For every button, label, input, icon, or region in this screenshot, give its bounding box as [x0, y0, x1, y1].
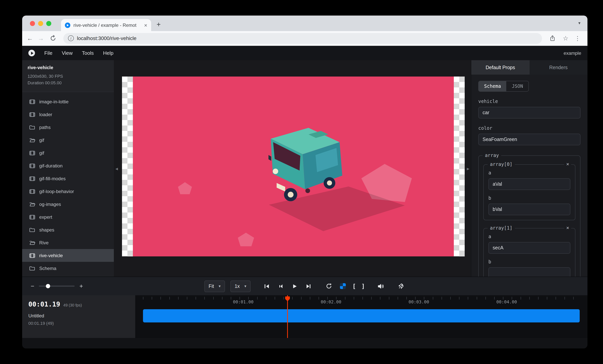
set-in-point-button[interactable]: [ — [352, 283, 356, 290]
fit-select[interactable]: Fit ▾ — [204, 280, 225, 292]
tab-renders[interactable]: Renders — [529, 60, 587, 75]
project-title: rive-vehicle — [28, 65, 108, 70]
array-1-b-field[interactable] — [488, 267, 570, 277]
array-1-a-field[interactable] — [488, 242, 570, 254]
sidebar-item-og-images[interactable]: og-images — [22, 198, 114, 211]
sidebar-item-gif[interactable]: gif — [22, 147, 114, 159]
sidebar-item-gif-duration[interactable]: gif-duration — [22, 159, 114, 172]
menu-view[interactable]: View — [62, 50, 73, 56]
sidebar-item-gif-folder[interactable]: gif — [22, 134, 114, 147]
share-icon[interactable] — [548, 34, 557, 43]
film-icon — [29, 99, 35, 105]
preview-area: ◂ ▸ — [114, 60, 471, 277]
volume-button[interactable] — [376, 282, 385, 290]
traffic-lights — [30, 21, 51, 26]
schema-json-switch: Schema JSON — [478, 81, 529, 92]
browser-menu-icon[interactable]: ⋮ — [575, 35, 580, 42]
playhead-marker[interactable] — [285, 296, 290, 302]
vehicle-field[interactable] — [478, 107, 580, 118]
set-out-point-button[interactable]: ] — [361, 283, 365, 290]
sidebar-item-rive-vehicle[interactable]: rive-vehicle — [22, 249, 114, 262]
sidebar-item-label: gif — [39, 137, 44, 143]
field-label-vehicle: vehicle — [478, 99, 580, 104]
array-group: array array[0] × a b array[1] × a — [478, 155, 580, 277]
ruler-ticks[interactable] — [143, 297, 580, 299]
app-menubar: File View Tools Help example — [22, 46, 587, 60]
zoom-slider[interactable] — [39, 285, 75, 287]
tab-schema[interactable]: Schema — [479, 81, 506, 91]
sidebar-item-paths[interactable]: paths — [22, 121, 114, 134]
sidebar-item-label: og-images — [39, 201, 61, 207]
field-label-b: b — [488, 259, 570, 264]
timeline-tracks[interactable]: 00:01.00 00:02.00 00:03.00 00:04.00 — [135, 295, 587, 338]
sidebar-item-image-in-lottie[interactable]: image-in-lottie — [22, 95, 114, 108]
zoom-in-button[interactable]: + — [80, 283, 83, 290]
loop-toggle-icon[interactable] — [325, 282, 333, 290]
fit-select-value: Fit — [209, 283, 214, 289]
project-resolution: 1200x630, 30 FPS — [28, 73, 108, 80]
remove-array-item-icon[interactable]: × — [564, 225, 571, 231]
film-icon — [29, 252, 35, 259]
tab-search-chevron-icon[interactable]: ▾ — [578, 21, 580, 26]
previous-frame-button[interactable] — [276, 282, 285, 290]
zoom-slider-knob[interactable] — [46, 284, 50, 288]
array-item-1: array[1] × a b — [483, 228, 575, 277]
render-rocket-button[interactable] — [397, 282, 405, 290]
close-tab-icon[interactable]: × — [144, 22, 147, 28]
tab-json[interactable]: JSON — [506, 81, 529, 91]
sidebar-item-label: gif-fill-modes — [39, 176, 66, 181]
track-time: 00:01.19 (49) — [28, 321, 129, 326]
minimize-window-button[interactable] — [38, 21, 43, 26]
jump-to-end-button[interactable] — [304, 282, 313, 290]
sidebar-item-gif-loop-behavior[interactable]: gif-loop-behavior — [22, 185, 114, 198]
new-tab-button[interactable]: + — [157, 21, 161, 28]
remove-array-item-icon[interactable]: × — [564, 161, 571, 167]
props-tabs: Default Props Renders — [471, 60, 587, 75]
menu-tools[interactable]: Tools — [82, 50, 94, 56]
collapse-sidebar-handle[interactable]: ◂ — [116, 166, 118, 171]
array-0-a-field[interactable] — [488, 178, 570, 190]
menu-help[interactable]: Help — [103, 50, 114, 56]
sidebar-item-schema[interactable]: Schema — [22, 262, 114, 275]
remotion-logo — [28, 50, 35, 56]
folder-open-icon — [29, 201, 35, 207]
main-area: rive-vehicle 1200x630, 30 FPS Duration 0… — [22, 60, 587, 277]
sidebar-item-loader[interactable]: loader — [22, 108, 114, 121]
collapse-props-handle[interactable]: ▸ — [467, 166, 469, 171]
zoom-window-button[interactable] — [46, 21, 51, 26]
array-group-label: array — [483, 153, 501, 158]
sidebar-item-gif-fill-modes[interactable]: gif-fill-modes — [22, 172, 114, 185]
props-body: Schema JSON vehicle color array array[0]… — [471, 75, 587, 277]
tab-favicon-icon — [65, 22, 70, 28]
jump-to-start-button[interactable] — [262, 282, 271, 290]
url-bar[interactable]: i localhost:3000/rive-vehicle — [63, 33, 542, 44]
sidebar-item-shapes[interactable]: shapes — [22, 223, 114, 236]
timeline-track-bar[interactable] — [143, 309, 580, 322]
play-button[interactable] — [290, 282, 299, 290]
checkerboard-icon — [340, 283, 346, 289]
playback-speed-select[interactable]: 1x ▾ — [230, 280, 251, 292]
folder-open-icon — [29, 137, 35, 143]
van-illustration — [133, 77, 454, 256]
sidebar-item-label: shapes — [39, 227, 54, 232]
sidebar-item-label: Rive — [39, 240, 48, 245]
color-field[interactable] — [478, 134, 580, 145]
bookmark-star-icon[interactable]: ☆ — [563, 34, 568, 42]
forward-button[interactable]: → — [38, 35, 44, 41]
props-panel: Default Props Renders Schema JSON vehicl… — [471, 60, 587, 277]
reload-button[interactable] — [48, 34, 57, 43]
film-icon — [29, 163, 35, 169]
back-button[interactable]: ← — [27, 35, 33, 41]
folder-icon — [29, 124, 35, 130]
close-window-button[interactable] — [30, 21, 35, 26]
sidebar-item-expert[interactable]: expert — [22, 211, 114, 223]
menu-file[interactable]: File — [44, 50, 52, 56]
array-item-0-label: array[0] — [487, 162, 515, 167]
array-0-b-field[interactable] — [488, 204, 570, 215]
browser-tab[interactable]: rive-vehicle / example - Remot × — [61, 19, 151, 31]
sidebar-item-rive[interactable]: Rive — [22, 236, 114, 249]
tab-default-props[interactable]: Default Props — [471, 60, 529, 75]
site-info-icon[interactable]: i — [68, 35, 74, 41]
transparency-toggle-icon[interactable] — [338, 282, 347, 290]
zoom-out-button[interactable]: − — [31, 283, 35, 290]
